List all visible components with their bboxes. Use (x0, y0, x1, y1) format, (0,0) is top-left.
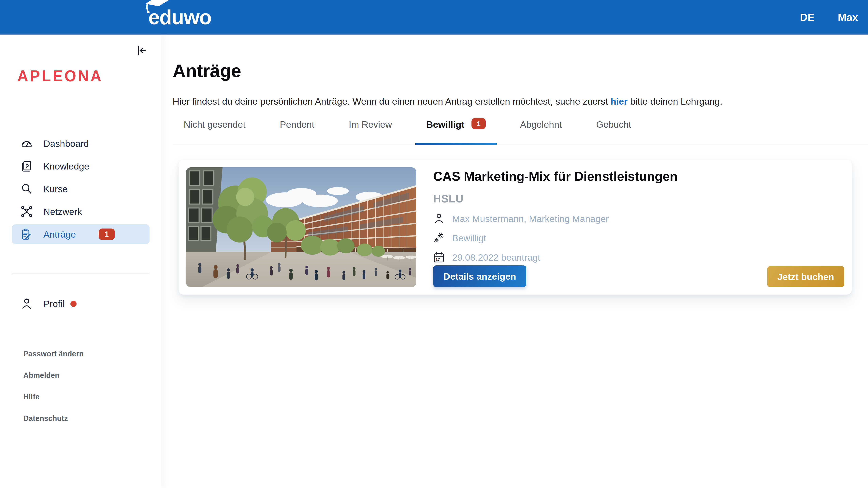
details-button[interactable]: Details anzeigen (433, 266, 526, 287)
topbar-actions: DE Max (800, 0, 858, 34)
description-text-after: bitte deinen Lehrgang. (627, 96, 722, 106)
tab-label: Abgelehnt (520, 119, 562, 130)
tab-abgelehnt[interactable]: Abgelehnt (509, 119, 573, 144)
dashboard-gauge-icon (21, 138, 33, 150)
sidebar-item-knowledge[interactable]: Knowledge (12, 156, 150, 176)
sidebar-item-label: Dashboard (43, 138, 89, 149)
date-text: 29.08.2022 beantragt (452, 252, 540, 263)
page-title: Anträge (173, 61, 868, 81)
hier-link[interactable]: hier (611, 96, 627, 106)
book-now-button[interactable]: Jetzt buchen (767, 266, 844, 287)
applicant-text: Max Mustermann, Marketing Manager (452, 213, 609, 224)
tab-label: Im Review (349, 119, 392, 130)
applicant-row: Max Mustermann, Marketing Manager (433, 213, 844, 224)
sidebar-item-label: Anträge (43, 229, 76, 240)
tab-label: Gebucht (596, 119, 631, 130)
active-tab-underline (415, 143, 497, 145)
sidebar-item-label: Netzwerk (43, 206, 82, 217)
calendar-icon: 17 (433, 252, 445, 263)
status-row: Bewilligt (433, 232, 844, 244)
person-icon (433, 213, 445, 224)
sidebar-item-label: Kurse (43, 184, 68, 194)
profile-notification-dot (70, 301, 76, 307)
sidebar-item-profil[interactable]: Profil (12, 293, 150, 314)
profile-person-icon (21, 298, 33, 310)
link-abmelden[interactable]: Abmelden (23, 371, 161, 380)
tab-label: Bewilligt (426, 119, 464, 130)
calendar-day-number: 17 (436, 257, 440, 262)
knowledge-media-icon (21, 160, 33, 172)
language-switcher[interactable]: DE (800, 11, 814, 23)
sidebar-item-label: Knowledge (43, 161, 89, 172)
link-passwort-aendern[interactable]: Passwort ändern (23, 350, 161, 358)
tab-label: Nicht gesendet (184, 119, 246, 130)
status-text: Bewilligt (452, 233, 486, 244)
antraege-count-badge: 1 (99, 228, 115, 240)
tab-nicht-gesendet[interactable]: Nicht gesendet (173, 119, 257, 144)
application-card: CAS Marketing-Mix für Dienstleistungen H… (179, 160, 852, 295)
org-logo-apleona: APLEONA (18, 66, 161, 85)
course-school: HSLU (433, 192, 844, 205)
bewilligt-count-badge: 1 (471, 118, 486, 129)
gears-status-icon (433, 232, 445, 244)
sidebar-item-antraege[interactable]: Anträge 1 (12, 224, 150, 244)
sidebar-footer-links: Passwort ändern Abmelden Hilfe Datenschu… (23, 350, 161, 423)
sidebar: APLEONA Dashboard (0, 34, 161, 488)
search-icon (21, 183, 33, 195)
main-content: Anträge Hier findest du deine persönlich… (161, 34, 868, 488)
tab-label: Pendent (280, 119, 314, 130)
date-row: 17 29.08.2022 beantragt (433, 252, 844, 263)
sidebar-collapse-icon[interactable] (136, 45, 148, 56)
link-datenschutz[interactable]: Datenschutz (23, 414, 161, 423)
page-description: Hier findest du deine persönlichen Anträ… (173, 95, 843, 108)
brand-wordmark: eduwo (148, 5, 211, 29)
description-text-before: Hier findest du deine persönlichen Anträ… (173, 96, 611, 106)
sidebar-item-label: Profil (43, 298, 64, 309)
eduwo-logo[interactable]: eduwo (148, 0, 211, 34)
clipboard-edit-icon (21, 228, 33, 240)
tab-pendent[interactable]: Pendent (269, 119, 326, 144)
network-icon (21, 206, 33, 218)
sidebar-item-dashboard[interactable]: Dashboard (12, 133, 150, 153)
link-hilfe[interactable]: Hilfe (23, 393, 161, 401)
status-tabs: Nicht gesendet Pendent Im Review Bewilli… (173, 119, 868, 145)
course-title: CAS Marketing-Mix für Dienstleistungen (433, 169, 844, 184)
sidebar-item-netzwerk[interactable]: Netzwerk (12, 202, 150, 221)
course-image (186, 167, 416, 287)
sidebar-nav: Dashboard Knowledge Kurse (12, 133, 150, 244)
sidebar-item-kurse[interactable]: Kurse (12, 179, 150, 199)
user-menu[interactable]: Max (838, 11, 858, 23)
sidebar-divider (12, 273, 150, 274)
tab-im-review[interactable]: Im Review (338, 119, 403, 144)
tab-bewilligt[interactable]: Bewilligt 1 (415, 119, 497, 144)
topbar: eduwo DE Max (0, 0, 868, 34)
tab-gebucht[interactable]: Gebucht (585, 119, 642, 144)
card-buttons: Details anzeigen Jetzt buchen (433, 266, 844, 287)
card-info: CAS Marketing-Mix für Dienstleistungen H… (416, 167, 844, 287)
